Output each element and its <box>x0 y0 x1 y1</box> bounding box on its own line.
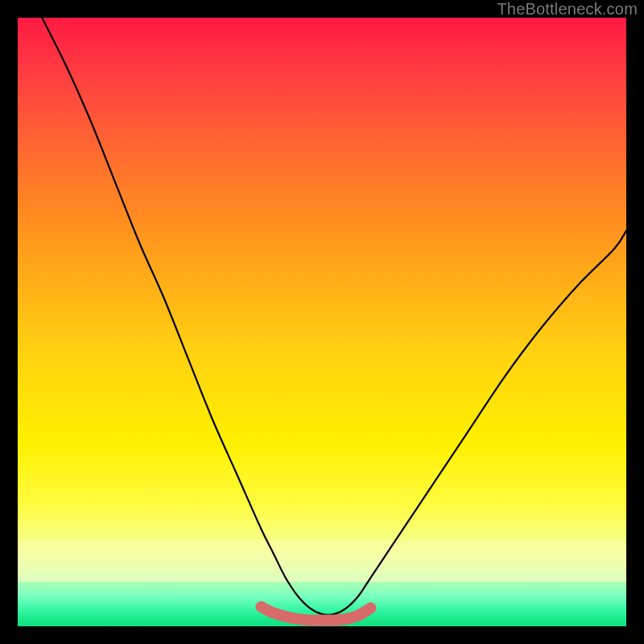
main-curve <box>42 18 626 615</box>
highlight-segment <box>261 607 370 621</box>
chart-border-left <box>0 0 18 644</box>
bottleneck-chart: TheBottleneck.com <box>0 0 644 644</box>
chart-border-right <box>626 0 644 644</box>
chart-border-bottom <box>0 626 644 644</box>
watermark-text: TheBottleneck.com <box>497 0 638 19</box>
chart-curve-layer <box>0 0 644 644</box>
